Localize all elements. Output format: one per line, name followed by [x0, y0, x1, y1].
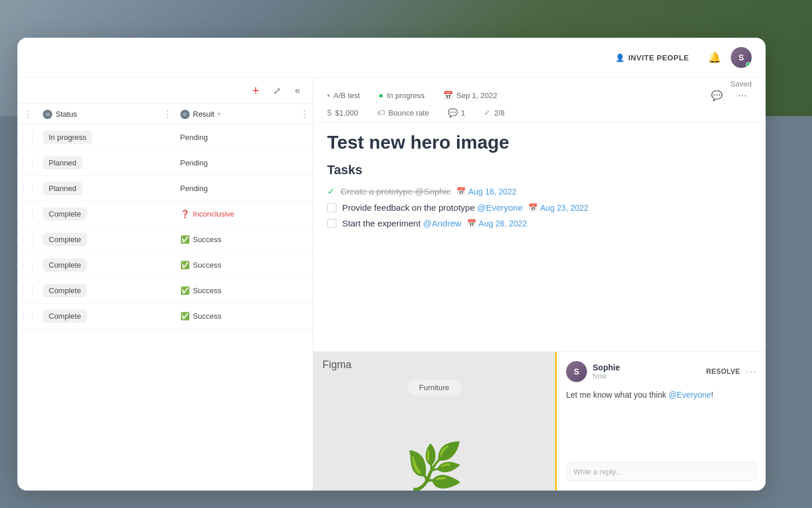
cell-result[interactable]: Pending — [176, 133, 313, 142]
comment-author-info: Sophie Now — [593, 363, 700, 380]
comment-options-icon[interactable]: ⋯ — [746, 365, 756, 378]
cell-status[interactable]: Complete — [38, 309, 176, 323]
cell-result[interactable]: Pending — [176, 158, 313, 167]
table-row: ⋮⋮ Planned Pending — [17, 176, 313, 201]
cell-result[interactable]: Pending — [176, 184, 313, 193]
task-date-value: Aug 26, 2022 — [478, 219, 527, 228]
status-badge: Complete — [43, 233, 87, 246]
comment-text-part2: ! — [711, 390, 713, 399]
invite-people-icon: 👤 — [615, 53, 625, 62]
collapse-button[interactable]: « — [289, 82, 306, 99]
result-column-header[interactable]: ◎ Result ▾ — [176, 110, 297, 119]
result-icon: ✅ — [180, 286, 190, 295]
task-text[interactable]: Create a prototype @Sophie — [340, 186, 451, 196]
status-column-icon: ◎ — [43, 110, 52, 119]
experiment-tasks-progress: ✓ 2/8 — [484, 108, 505, 117]
invite-people-button[interactable]: 👤 INVITE PEOPLE — [608, 50, 696, 66]
dollar-icon: $ — [327, 108, 332, 117]
cell-result[interactable]: ✅ Success — [176, 235, 313, 244]
result-value: Inconclusive — [193, 210, 235, 218]
plus-icon: + — [252, 83, 260, 98]
figma-label: Figma — [322, 359, 351, 371]
comment-text: Let me know what you think @Everyone! — [566, 389, 756, 401]
status-column-options[interactable]: ⋮ — [160, 109, 176, 120]
cell-status[interactable]: Complete — [38, 233, 176, 246]
reply-input[interactable]: Write a reply... — [566, 462, 756, 481]
comment-text-part1: Let me know what you think — [566, 390, 669, 399]
experiment-type-label: A/B test — [334, 91, 360, 100]
experiment-meta-bar: ▪ A/B test ● In progress 📅 Sep 1, 2022 💬 — [313, 78, 766, 123]
table-row: ⋮⋮ Complete ✅ Success — [17, 227, 313, 253]
ellipsis-icon: ⋯ — [738, 90, 747, 101]
cell-status[interactable]: Complete — [38, 284, 176, 297]
comment-button[interactable]: 💬 — [708, 86, 726, 105]
experiment-type: ▪ A/B test — [327, 91, 360, 100]
row-drag-handle: ⋮⋮ — [17, 208, 38, 219]
avatar-initials: S — [738, 53, 744, 62]
task-text[interactable]: Provide feedback on the prototype @Every… — [342, 203, 523, 212]
collapse-icon: « — [295, 85, 300, 96]
result-value: Success — [193, 235, 222, 244]
more-options-button[interactable]: ⋯ — [733, 86, 752, 105]
drag-dots-icon: ⋮ — [23, 109, 32, 120]
cell-result[interactable]: ✅ Success — [176, 312, 313, 320]
experiment-date: 📅 Sep 1, 2022 — [443, 91, 497, 100]
tasks-heading: Tasks — [327, 163, 752, 178]
task-date-value: Aug 23, 2022 — [540, 203, 588, 212]
task-item: Provide feedback on the prototype @Every… — [327, 203, 752, 212]
task-item: ✓ Create a prototype @Sophie 📅 Aug 18, 2… — [327, 186, 752, 197]
drag-handle: ⋮ — [17, 109, 38, 120]
row-drag-handle: ⋮⋮ — [17, 260, 38, 271]
status-badge: Planned — [43, 182, 82, 195]
task-item: Start the experiment @Andrew 📅 Aug 26, 2… — [327, 218, 752, 228]
row-drag-handle: ⋮⋮ — [17, 157, 38, 168]
status-column-header[interactable]: ◎ Status — [38, 110, 160, 119]
row-drag-handle: ⋮⋮ — [17, 234, 38, 245]
comment-header: S Sophie Now RESOLVE ⋯ — [566, 361, 756, 382]
cell-result[interactable]: ✅ Success — [176, 261, 313, 269]
comment-panel: S Sophie Now RESOLVE ⋯ Let me know what … — [557, 352, 766, 491]
task-text[interactable]: Start the experiment @Andrew — [342, 218, 461, 228]
experiment-budget: $ $1,000 — [327, 108, 358, 117]
task-checkbox[interactable] — [327, 203, 336, 212]
online-status-dot — [746, 62, 751, 67]
task-checkbox[interactable] — [327, 219, 336, 228]
expand-icon: ⤢ — [273, 85, 281, 96]
experiment-status-label: In progress — [387, 91, 425, 100]
expand-button[interactable]: ⤢ — [269, 82, 285, 99]
status-badge: In progress — [43, 131, 92, 144]
comment-author-name: Sophie — [593, 363, 700, 372]
cell-status[interactable]: Planned — [38, 182, 176, 195]
experiment-status: ● In progress — [379, 91, 425, 100]
cell-result[interactable]: ✅ Success — [176, 286, 313, 295]
row-drag-handle: ⋮⋮ — [17, 285, 38, 296]
task-date: 📅 Aug 18, 2022 — [456, 187, 516, 196]
cell-status[interactable]: Planned — [38, 156, 176, 170]
result-icon: ✅ — [180, 312, 190, 320]
resolve-button[interactable]: RESOLVE — [706, 368, 740, 376]
cell-status[interactable]: Complete — [38, 258, 176, 272]
result-value: Success — [193, 261, 222, 269]
add-column-button[interactable]: + — [248, 82, 264, 99]
tag-icon: 🏷 — [377, 108, 385, 117]
result-column-options[interactable]: ⋮ — [296, 109, 313, 120]
row-drag-handle: ⋮⋮ — [17, 132, 38, 143]
comment-time: Now — [593, 372, 700, 380]
task-calendar-icon: 📅 — [528, 203, 538, 212]
invite-people-label: INVITE PEOPLE — [628, 53, 689, 62]
cell-status[interactable]: Complete — [38, 207, 176, 221]
notification-bell-icon[interactable]: 🔔 — [705, 48, 724, 67]
status-column-label: Status — [56, 110, 77, 118]
cell-result[interactable]: ❓ Inconclusive — [176, 210, 313, 218]
user-avatar[interactable]: S — [731, 47, 752, 68]
cell-status[interactable]: In progress — [38, 131, 176, 144]
comments-icon: 💬 — [448, 108, 458, 117]
status-badge: Complete — [43, 309, 87, 323]
task-date-value: Aug 18, 2022 — [468, 187, 516, 196]
page-title: Test new hero image — [327, 132, 752, 153]
figma-preview[interactable]: Figma Furniture 🌿 — [313, 352, 557, 491]
status-badge: Complete — [43, 207, 87, 221]
result-value: Pending — [180, 158, 208, 167]
sort-icon[interactable]: ▾ — [217, 110, 221, 118]
table-row: ⋮⋮ Complete ✅ Success — [17, 304, 313, 329]
